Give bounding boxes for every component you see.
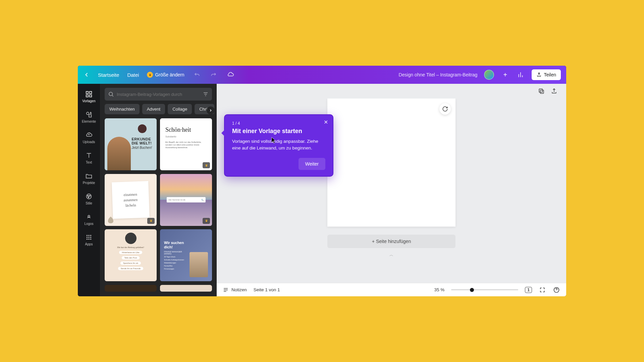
rail-label: Stile <box>86 201 92 205</box>
page-count[interactable]: 1 <box>525 287 532 293</box>
chip-row: Weihnachten Advent Collage Chris <box>100 104 217 118</box>
template-card[interactable]: Wir suchen dich! FINANZ MANAGER (M/W/D) … <box>160 229 212 281</box>
notes-button[interactable]: Notizen <box>223 287 247 293</box>
svg-point-18 <box>88 239 90 240</box>
text-icon <box>85 152 93 159</box>
svg-point-13 <box>90 235 92 236</box>
svg-point-8 <box>89 195 90 196</box>
add-page-button[interactable]: + Seite hinzufügen <box>327 235 455 248</box>
redo-button[interactable] <box>209 70 218 79</box>
svg-point-14 <box>87 237 88 238</box>
back-button[interactable] <box>83 71 90 78</box>
rail-projects[interactable]: Projekte <box>78 168 100 189</box>
svg-point-7 <box>88 195 89 196</box>
template-card[interactable]: Schön·heit Substantiv Ein Begriff, der n… <box>160 118 212 170</box>
rail-logos[interactable]: Logos <box>78 209 100 230</box>
premium-badge-icon: ♛ <box>203 162 210 168</box>
video-letterbox: Startseite Datei ♛ Größe ändern Design o… <box>0 0 644 362</box>
file-menu[interactable]: Datei <box>127 72 139 78</box>
resize-label: Größe ändern <box>155 72 184 77</box>
top-bar: Startseite Datei ♛ Größe ändern Design o… <box>78 66 566 84</box>
template-card[interactable]: ERKUNDE DIE WELT! Jetzt Buchen! <box>105 118 157 170</box>
svg-rect-2 <box>86 95 88 97</box>
home-link[interactable]: Startseite <box>98 72 119 78</box>
projects-icon <box>85 172 93 180</box>
svg-point-9 <box>88 197 89 198</box>
export-page-button[interactable] <box>550 87 558 95</box>
chip[interactable]: Collage <box>168 104 192 114</box>
svg-point-20 <box>109 92 113 96</box>
rail-styles[interactable]: Stile <box>78 189 100 209</box>
template-card[interactable] <box>105 285 157 292</box>
rail-text[interactable]: Text <box>78 148 100 168</box>
svg-point-6 <box>87 194 92 199</box>
svg-rect-3 <box>90 95 92 97</box>
svg-point-17 <box>87 239 88 240</box>
resize-button[interactable]: ♛ Größe ändern <box>147 72 184 78</box>
logos-icon <box>85 213 93 221</box>
chevron-up-icon: ︿ <box>389 252 393 258</box>
svg-point-15 <box>88 237 90 238</box>
zoom-slider[interactable] <box>451 289 518 290</box>
rail-label: Uploads <box>83 140 95 144</box>
notes-icon <box>223 287 229 293</box>
canvas-page[interactable] <box>327 99 455 227</box>
rail-label: Projekte <box>83 181 95 185</box>
onboarding-popover: ✕ 1 / 4 Mit einer Vorlage starten Vorlag… <box>224 114 333 177</box>
footer-bar: Notizen Seite 1 von 1 35 % 1 <box>217 283 566 296</box>
chip[interactable]: Advent <box>142 104 165 114</box>
notes-label: Notizen <box>231 287 247 292</box>
svg-rect-21 <box>540 90 544 94</box>
cloud-sync-icon[interactable] <box>226 70 235 79</box>
rail-apps[interactable]: Apps <box>78 230 100 250</box>
popover-arrow <box>221 130 225 136</box>
zoom-thumb[interactable] <box>470 288 474 292</box>
template-grid[interactable]: ERKUNDE DIE WELT! Jetzt Buchen! Schön·he… <box>100 118 217 296</box>
uploads-icon <box>85 131 93 139</box>
popover-next-button[interactable]: Weiter <box>299 158 325 170</box>
document-title[interactable]: Design ohne Titel – Instagram-Beitrag <box>398 72 477 77</box>
template-card[interactable]: Der Sommer ist da🔍 ♛ <box>160 174 212 226</box>
fullscreen-button[interactable] <box>539 286 546 294</box>
canvas-toolbar <box>217 84 566 99</box>
undo-button[interactable] <box>193 70 201 79</box>
avatar[interactable] <box>484 70 494 80</box>
template-card[interactable] <box>160 285 212 292</box>
share-button[interactable]: Teilen <box>532 69 561 80</box>
search-input-wrap[interactable] <box>105 88 212 101</box>
svg-point-16 <box>90 237 92 238</box>
chip[interactable]: Weihnachten <box>105 104 140 114</box>
duplicate-page-button[interactable] <box>537 87 545 95</box>
elements-icon <box>85 111 93 118</box>
popover-description: Vorlagen sind vollständig anpassbar. Zie… <box>232 138 325 152</box>
svg-rect-5 <box>89 115 91 117</box>
share-label: Teilen <box>544 72 556 77</box>
rail-uploads[interactable]: Uploads <box>78 127 100 148</box>
svg-point-12 <box>88 235 90 236</box>
leaf-icon <box>107 216 115 224</box>
help-button[interactable] <box>553 286 560 294</box>
search-icon <box>108 91 114 97</box>
analytics-icon[interactable] <box>516 70 525 79</box>
svg-rect-1 <box>90 92 92 94</box>
search-input[interactable] <box>117 92 200 97</box>
svg-point-4 <box>87 112 89 115</box>
rail-label: Text <box>86 161 92 164</box>
template-card[interactable]: einatmen ausatmen lächeln ♛ <box>105 174 157 226</box>
app-window: Startseite Datei ♛ Größe ändern Design o… <box>78 66 566 296</box>
filter-icon[interactable] <box>203 91 209 97</box>
apps-icon <box>85 234 93 241</box>
svg-rect-22 <box>539 89 542 92</box>
page-collapse-handle[interactable]: ︿ <box>327 251 455 258</box>
refresh-button[interactable] <box>439 103 451 115</box>
template-card[interactable]: Dir hat der Beitrag gefallen? Hinterlass… <box>105 229 157 281</box>
popover-title: Mit einer Vorlage starten <box>232 128 325 135</box>
chip-scroll-right[interactable] <box>207 106 215 114</box>
add-collaborator-button[interactable]: + <box>501 70 509 79</box>
crown-icon: ♛ <box>147 72 153 78</box>
zoom-value: 35 % <box>434 287 445 292</box>
rail-elements[interactable]: Elemente <box>78 107 100 127</box>
rail-templates[interactable]: Vorlagen <box>78 86 100 107</box>
tool-rail: Vorlagen Elemente Uploads Text Projekte <box>78 84 100 296</box>
premium-badge-icon: ♛ <box>203 218 210 224</box>
